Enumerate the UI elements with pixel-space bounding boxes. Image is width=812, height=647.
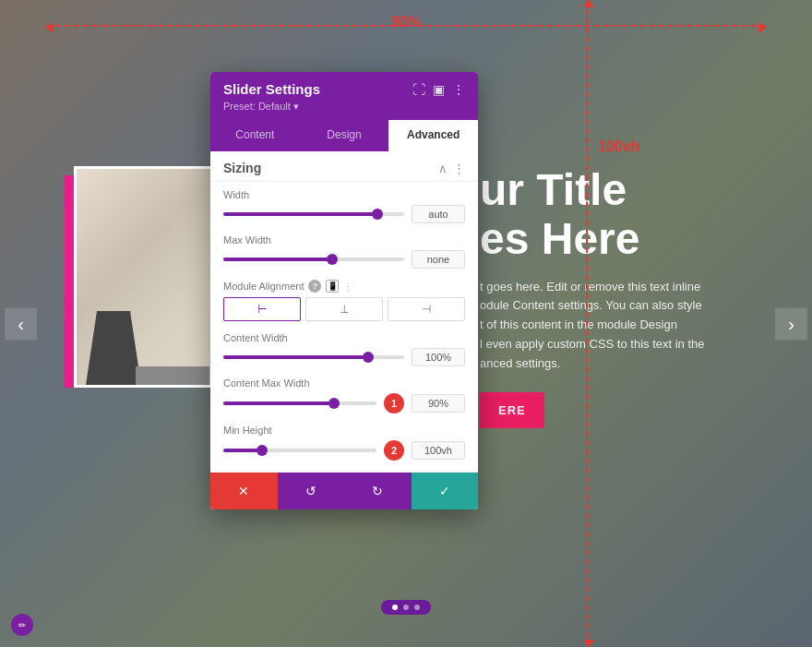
content-max-width-input[interactable] xyxy=(412,394,465,413)
tab-advanced[interactable]: Advanced xyxy=(388,120,478,151)
tab-content[interactable]: Content xyxy=(210,120,300,151)
dot-1[interactable] xyxy=(392,605,398,610)
width-input[interactable] xyxy=(412,205,465,223)
content-width-fill xyxy=(223,355,368,359)
width-fill xyxy=(223,212,377,216)
max-width-input[interactable] xyxy=(412,250,465,269)
align-left-button[interactable]: ⊢ xyxy=(223,297,301,321)
table-silhouette xyxy=(136,366,209,385)
more-options-icon[interactable]: ⋮ xyxy=(452,82,465,97)
min-height-setting: Min Height 2 xyxy=(210,417,478,464)
panel-header: Slider Settings ⛶ ▣ ⋮ Preset: Default ▾ xyxy=(210,72,478,120)
max-width-setting: Max Width xyxy=(210,227,478,272)
align-center-button[interactable]: ⊥ xyxy=(305,297,383,321)
width-track[interactable] xyxy=(223,212,404,216)
panel-body: Sizing ∧ ⋮ Width Max Width xyxy=(210,151,478,472)
content-width-label: Content Width xyxy=(223,332,465,343)
min-height-track[interactable] xyxy=(223,449,376,452)
alignment-more-icon[interactable]: ⋮ xyxy=(343,282,352,292)
content-max-width-thumb[interactable] xyxy=(328,398,340,409)
step-badge-2: 2 xyxy=(384,440,404,461)
cancel-button[interactable]: ✕ xyxy=(210,473,278,509)
horizontal-measure-label: 90% xyxy=(391,14,421,30)
panel-header-icons: ⛶ ▣ ⋮ xyxy=(412,82,465,97)
prev-slide-button[interactable]: ‹ xyxy=(5,307,37,340)
content-max-width-label: Content Max Width xyxy=(223,377,465,389)
align-right-button[interactable]: ⊣ xyxy=(388,297,465,321)
collapse-icon[interactable]: ∧ xyxy=(438,162,448,175)
hero-button[interactable]: ERE xyxy=(480,392,544,428)
dot-2[interactable] xyxy=(403,605,409,610)
reset-button[interactable]: ↺ xyxy=(278,473,345,509)
content-width-setting: Content Width xyxy=(210,325,478,370)
min-height-label: Min Height xyxy=(223,425,465,436)
max-width-thumb[interactable] xyxy=(327,254,338,265)
tab-design[interactable]: Design xyxy=(300,120,389,151)
photo-content xyxy=(77,169,212,385)
panel-tabs: Content Design Advanced xyxy=(210,120,478,151)
hero-text: t goes here. Edit or remove this text in… xyxy=(480,278,775,374)
width-thumb[interactable] xyxy=(372,209,383,220)
content-max-width-slider-row: 1 xyxy=(223,393,465,413)
mobile-icon[interactable]: 📱 xyxy=(326,280,339,293)
content-width-slider-row xyxy=(223,348,465,366)
min-height-input[interactable] xyxy=(412,441,465,460)
content-max-width-track[interactable] xyxy=(223,401,376,405)
section-more-icon[interactable]: ⋮ xyxy=(453,162,465,175)
vertical-measure-line xyxy=(586,0,588,647)
panel-header-top: Slider Settings ⛶ ▣ ⋮ xyxy=(223,81,465,97)
interior-photo xyxy=(74,166,212,388)
section-icons: ∧ ⋮ xyxy=(438,162,465,175)
content-width-input[interactable] xyxy=(412,348,465,366)
columns-icon[interactable]: ▣ xyxy=(433,82,445,97)
slide-indicator-panel xyxy=(381,600,431,615)
max-width-slider-row xyxy=(223,250,465,269)
tooltip-question-icon[interactable]: ? xyxy=(308,280,321,293)
dot-3[interactable] xyxy=(414,605,420,610)
content-max-width-fill xyxy=(223,401,334,405)
width-label: Width xyxy=(223,189,465,200)
panel-footer: ✕ ↺ ↻ ✓ xyxy=(210,472,478,509)
module-alignment-label: Module Alignment ? 📱 ⋮ xyxy=(223,280,465,293)
editor-icon[interactable]: ✏ xyxy=(11,614,33,636)
module-alignment-setting: Module Alignment ? 📱 ⋮ ⊢ ⊥ ⊣ xyxy=(210,272,478,325)
hero-title: ur Titlees Here xyxy=(480,166,775,264)
content-width-thumb[interactable] xyxy=(363,352,374,363)
min-height-thumb[interactable] xyxy=(257,445,268,456)
section-title: Sizing xyxy=(223,161,261,175)
panel-preset[interactable]: Preset: Default ▾ xyxy=(223,101,465,113)
width-setting: Width xyxy=(210,182,478,227)
save-button[interactable]: ✓ xyxy=(412,473,479,509)
width-slider-row xyxy=(223,205,465,223)
settings-panel: Slider Settings ⛶ ▣ ⋮ Preset: Default ▾ … xyxy=(210,72,478,509)
redo-button[interactable]: ↻ xyxy=(344,473,412,509)
step-badge-1: 1 xyxy=(384,393,404,413)
sizing-section-header: Sizing ∧ ⋮ xyxy=(210,151,478,182)
alignment-buttons: ⊢ ⊥ ⊣ xyxy=(223,297,465,321)
hero-content: ur Titlees Here t goes here. Edit or rem… xyxy=(480,166,775,428)
max-width-label: Max Width xyxy=(223,234,465,246)
min-height-slider-row: 2 xyxy=(223,440,465,461)
panel-title: Slider Settings xyxy=(223,81,320,97)
chair-silhouette xyxy=(86,311,141,385)
next-slide-button[interactable]: › xyxy=(775,307,807,340)
vertical-measure-label: 100vh xyxy=(598,138,639,155)
max-width-track[interactable] xyxy=(223,258,404,261)
content-max-width-setting: Content Max Width 1 xyxy=(210,370,478,417)
fullscreen-icon[interactable]: ⛶ xyxy=(412,82,425,97)
max-width-fill xyxy=(223,258,332,261)
content-width-track[interactable] xyxy=(223,355,404,359)
